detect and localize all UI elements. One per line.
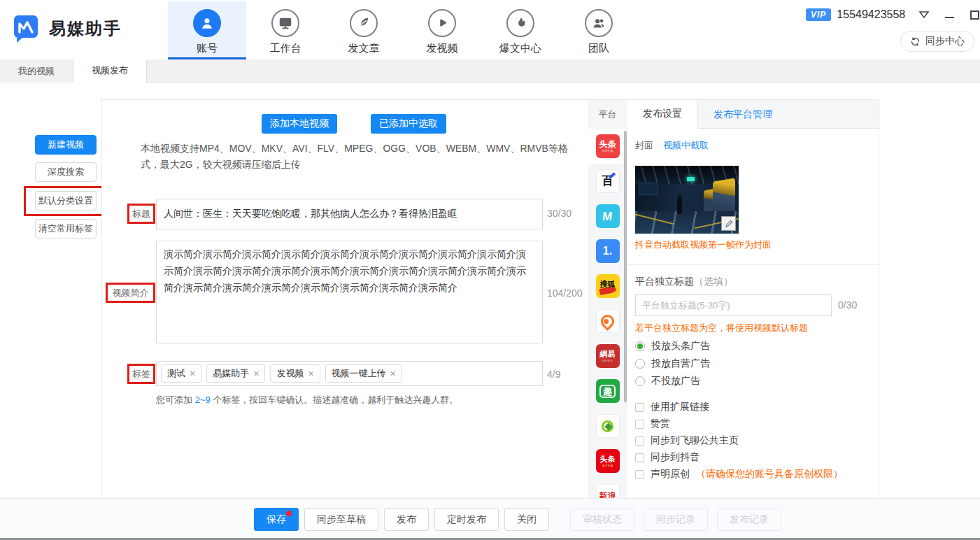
- flame-icon: [506, 9, 534, 37]
- checkbox-icon: [635, 470, 644, 479]
- checkbox-appreciate[interactable]: 赞赏: [635, 415, 843, 432]
- publish-record-button: 发布记录: [717, 508, 781, 531]
- settings-tabs: 发布设置 发布平台管理: [627, 100, 879, 129]
- default-category-settings-button[interactable]: 默认分类设置: [35, 191, 97, 211]
- title-label: 标题: [130, 206, 152, 222]
- video-form-panel: 添加本地视频 已添加中选取 本地视频支持MP4、MOV、MKV、AVI、FLV、…: [101, 99, 588, 498]
- baijiahao-icon: 百: [596, 169, 620, 193]
- platform-item-toutiao[interactable]: 头条今日头条: [588, 129, 627, 164]
- wangyi-icon: 網易NEWS: [596, 344, 620, 368]
- sync-record-button: 同步记录: [644, 508, 708, 531]
- nav-item-label: 爆文中心: [499, 42, 541, 55]
- nav-item-team[interactable]: 团队: [560, 1, 638, 59]
- minimize-button[interactable]: [943, 8, 956, 21]
- radio-label: 投放头条广告: [651, 340, 710, 353]
- radio-self-ad[interactable]: 投放自营广告: [635, 355, 710, 372]
- platform-item-wangyi[interactable]: 網易NEWS: [588, 339, 627, 374]
- sync-center-button[interactable]: 同步中心: [900, 31, 974, 52]
- checkbox-extended-link[interactable]: 使用扩展链接: [635, 399, 843, 415]
- radio-toutiao-ad[interactable]: 投放头条广告: [635, 337, 710, 355]
- clear-common-tags-button[interactable]: 清空常用标签: [35, 219, 97, 239]
- tags-input[interactable]: 测试 × 易媒助手 × 发视频 × 视频一键上传 ×: [156, 361, 543, 386]
- tag-remove-icon[interactable]: ×: [308, 368, 313, 379]
- section-divider: [627, 264, 879, 265]
- tab-my-videos[interactable]: 我的视频: [0, 59, 73, 83]
- checkbox-sync-feiliao[interactable]: 同步到飞聊公共主页: [635, 432, 843, 449]
- nav-item-hot-center[interactable]: 爆文中心: [481, 1, 560, 59]
- radio-label: 投放自营广告: [651, 357, 710, 370]
- tag-chip-label: 发视频: [276, 367, 304, 380]
- independent-title-input[interactable]: [635, 294, 832, 316]
- deep-search-button[interactable]: 深度搜索: [35, 162, 97, 182]
- platform-item-sohu[interactable]: 搜狐: [588, 269, 627, 304]
- green-swirl-icon: [596, 414, 620, 438]
- account-dropdown-icon[interactable]: [918, 8, 930, 21]
- publish-button[interactable]: 发布: [384, 508, 429, 531]
- feather-pen-icon: [350, 9, 378, 37]
- radio-no-ad[interactable]: 不投放广告: [635, 372, 710, 390]
- nav-item-publish-video[interactable]: 发视频: [403, 1, 481, 59]
- nav-item-account[interactable]: 账号: [168, 1, 246, 59]
- platform-column-header: 平台: [588, 100, 627, 129]
- new-video-button[interactable]: 新建视频: [35, 135, 97, 155]
- title-input[interactable]: [156, 199, 543, 229]
- intro-label: 视频简介: [111, 285, 151, 301]
- tag-chip: 测试 ×: [161, 364, 201, 383]
- tab-video-publish[interactable]: 视频发布: [73, 59, 147, 83]
- sina-icon: 新浪: [596, 484, 620, 498]
- tag-remove-icon[interactable]: ×: [390, 368, 396, 379]
- nav-item-label: 团队: [588, 42, 609, 55]
- vip-badge: VIP: [806, 8, 831, 21]
- nav-item-label: 账号: [197, 42, 218, 55]
- platform-item-dafeng[interactable]: [588, 304, 627, 339]
- checkbox-declare-original[interactable]: 声明原创 （请确保您的账号具备原创权限）: [635, 466, 843, 483]
- ad-radio-group: 投放头条广告 投放自营广告 不投放广告: [635, 337, 710, 390]
- intro-textarea[interactable]: 演示简介演示简介演示简介演示简介演示简介演示简介演示简介演示简介演示简介演示简介…: [156, 241, 543, 343]
- sync-to-draft-button[interactable]: 同步至草稿: [304, 508, 378, 531]
- independent-title-count: 0/30: [838, 299, 857, 311]
- qutoutiao-icon: 趣: [596, 379, 620, 403]
- nav-item-workbench[interactable]: 工作台: [246, 1, 325, 59]
- pick-from-added-button[interactable]: 已添加中选取: [371, 114, 446, 134]
- platform-scrollbar[interactable]: [624, 131, 627, 402]
- platform-item-dayu[interactable]: M: [588, 199, 627, 234]
- scheduled-publish-button[interactable]: 定时发布: [434, 508, 499, 531]
- save-button-label: 保存: [267, 513, 286, 525]
- tab-publish-platform-manage[interactable]: 发布平台管理: [698, 100, 788, 129]
- add-local-video-button[interactable]: 添加本地视频: [262, 114, 337, 134]
- cover-thumbnail[interactable]: [635, 166, 739, 234]
- checkbox-icon: [635, 453, 644, 462]
- platform-list: 头条今日头条 百 M 1. 搜狐: [588, 129, 627, 498]
- toutiao-icon: 头条今日头条: [596, 134, 620, 158]
- tag-chip-label: 易媒助手: [213, 367, 249, 380]
- platform-item-qutoutiao[interactable]: 趣: [588, 374, 627, 408]
- yidianzixun-icon: 1.: [596, 239, 620, 263]
- tag-remove-icon[interactable]: ×: [190, 368, 195, 379]
- nav-item-label: 发文章: [348, 42, 380, 55]
- platform-item-green-swirl[interactable]: [588, 408, 627, 443]
- save-button[interactable]: 保存: [254, 508, 299, 531]
- maximize-button[interactable]: [968, 8, 980, 21]
- platform-item-dongfang-toutiao[interactable]: 头条东方头条: [588, 443, 627, 478]
- platform-item-baijiahao[interactable]: 百: [588, 164, 627, 199]
- tags-help-prefix: 您可添加: [156, 395, 195, 405]
- nav-item-publish-article[interactable]: 发文章: [325, 1, 403, 59]
- radio-label: 不投放广告: [651, 375, 700, 388]
- logo-icon: [11, 14, 41, 43]
- tag-remove-icon[interactable]: ×: [253, 368, 259, 379]
- tag-chip-label: 视频一键上传: [332, 367, 386, 380]
- platform-item-sina[interactable]: 新浪: [588, 478, 627, 498]
- footer-bar: 保存 同步至草稿 发布 定时发布 关闭 审核状态 同步记录 发布记录: [0, 498, 980, 540]
- publish-settings-panel: 发布设置 发布平台管理 封面 视频中截取 抖音: [627, 99, 879, 498]
- tab-publish-settings[interactable]: 发布设置: [627, 100, 698, 129]
- platform-item-yidianzixun[interactable]: 1.: [588, 234, 627, 269]
- platform-column: 平台 头条今日头条 百 M 1.: [588, 99, 627, 498]
- play-icon: [428, 9, 456, 37]
- dafeng-bird-icon: [596, 309, 620, 333]
- monitor-icon: [271, 9, 299, 37]
- checkbox-sync-douyin[interactable]: 同步到抖音: [635, 449, 843, 466]
- app-window: 易媒助手 账号 工作台 发文章: [0, 0, 980, 540]
- capture-from-video-link[interactable]: 视频中截取: [663, 139, 709, 152]
- cover-edit-icon[interactable]: [721, 216, 736, 231]
- close-form-button[interactable]: 关闭: [504, 508, 549, 531]
